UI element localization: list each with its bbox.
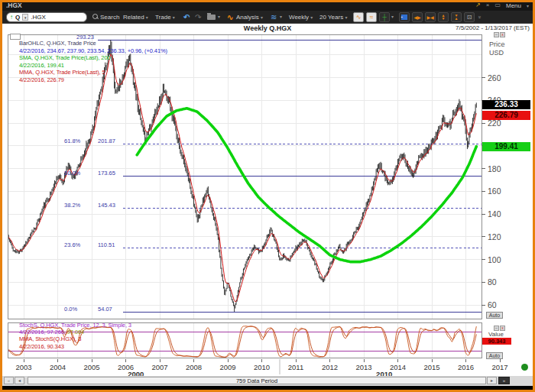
year-label: 2003 <box>12 363 35 371</box>
frequency-caret-icon: ▾ <box>310 15 313 20</box>
undo-button[interactable]: ↶ <box>183 12 190 22</box>
symbol-class-dropdown[interactable]: ▾ <box>22 14 28 21</box>
price-tick-label: 80 <box>488 277 497 287</box>
close-panel-button[interactable]: x <box>500 32 505 37</box>
compress-horizontal-button[interactable]: ▶◀ <box>425 12 436 22</box>
chart-type-button[interactable]: ∿ <box>353 12 364 22</box>
main-legend-text: 4/22/2016, 199.41 <box>19 62 64 69</box>
sma200-line <box>137 109 476 262</box>
close-icon[interactable]: × <box>486 1 490 10</box>
fibonacci-price-label: 173.65 <box>98 170 115 177</box>
main-legend-text: MMA, Q.HGX, Trade Price(Last), 5 <box>19 69 105 76</box>
value-axis-auto-button[interactable]: Auto <box>486 352 503 359</box>
menu-caret-icon: ▾ <box>527 3 529 8</box>
trade-menu[interactable]: Trade ▾ <box>155 12 175 22</box>
main-legend-text: 4/22/2016, 226.79 <box>19 76 64 83</box>
time-scrollbar: « ◂ 759 Data Period ▸ » <box>0 376 535 386</box>
toolbar: ↑ Q ▾ Search Related ▾ Trade ▾ ↶ ↷ ▾ ∿ A… <box>0 11 535 24</box>
related-caret-icon: ▾ <box>146 15 148 20</box>
year-label: 2013 <box>352 363 375 371</box>
search-button[interactable]: Search <box>100 12 119 22</box>
year-label: 2016 <box>455 363 478 371</box>
time-interval-button[interactable]: ▼▲ <box>451 12 462 22</box>
scroll-thumb[interactable]: 759 Data Period <box>28 377 486 384</box>
fibonacci-price-label: 145.43 <box>98 202 115 209</box>
main-panel-controls: – x <box>494 32 505 37</box>
minimize-panel-button[interactable]: – <box>494 32 499 37</box>
price-badge: 236.33 <box>482 100 530 109</box>
fibonacci-pct-label: 61.8% <box>64 138 80 144</box>
price-axis-title: Price <box>489 40 505 48</box>
popout-icon[interactable]: ↗ <box>475 1 481 10</box>
stoch-legend-line: StochS, Q.HGX, Trade Price, 12, 3, Simpl… <box>19 322 131 329</box>
search-icon <box>92 14 98 19</box>
more-tools-button[interactable]: » <box>475 16 485 19</box>
live-data-dot <box>521 364 528 371</box>
annotation-tool-button[interactable]: ┼ <box>379 12 390 22</box>
chart-title: Weekly Q.HGX <box>0 24 535 32</box>
year-label: 2012 <box>319 363 342 371</box>
main-legend-line: 4/22/2016, 234.67, 237.90, 233.54, 236.3… <box>19 47 167 55</box>
zoom-region-button[interactable]: ⊡ <box>464 12 475 22</box>
annotation-caret-icon[interactable]: ▾ <box>391 12 394 22</box>
expand-horizontal-button[interactable]: ◀▶ <box>412 12 423 22</box>
analysis-menu[interactable]: Analysis ▾ <box>236 12 263 22</box>
main-legend-line: SMA, Q.HGX, Trade Price(Last), 200 <box>19 54 167 62</box>
frequency-select[interactable]: Weekly ▾ <box>289 12 313 22</box>
chart-edit-icon: ≈ <box>370 14 373 21</box>
main-legend: BarOHLC, Q.HGX, Trade Price4/22/2016, 23… <box>19 40 167 83</box>
annotation-crosshair-icon: ┼ <box>382 14 387 21</box>
fibonacci-pct-label: 0.0% <box>64 306 77 313</box>
open-folder-button[interactable] <box>207 15 216 20</box>
main-legend-text: SMA, Q.HGX, Trade Price(Last), 200 <box>19 54 111 61</box>
scroll-far-left-button[interactable]: « <box>4 377 14 384</box>
stoch-legend-text: 4/22/2016, 90.343 <box>19 343 64 350</box>
scroll-right-button[interactable]: ▸ <box>487 377 497 384</box>
terminal-window: .HGX ↗ × ▭ Menu ▾ ↑ Q ▾ Search Related ▾… <box>0 0 535 392</box>
price-badge: 199.41 <box>482 142 530 151</box>
chart-settings-button[interactable]: ≈ <box>366 12 377 22</box>
sub-minimize-panel-button[interactable]: – <box>494 326 499 331</box>
expand-horizontal-icon: ◀▶ <box>413 15 420 20</box>
price-tick-label: 120 <box>488 232 501 241</box>
compare-caret-icon[interactable]: ▾ <box>280 12 282 22</box>
stoch-legend-line: 4/22/2016, 97.266, 97.064 <box>19 329 131 335</box>
stoch-legend: StochS, Q.HGX, Trade Price, 12, 3, Simpl… <box>19 322 131 350</box>
range-select[interactable]: 20 Years ▾ <box>319 12 347 22</box>
main-legend-text: 4/22/2016, 234.67, 237.90, 233.54, 236.3… <box>19 47 167 54</box>
year-label: 2011 <box>284 363 307 371</box>
price-axis-auto-button[interactable]: Auto <box>486 312 503 319</box>
main-legend-line: 4/22/2016, 199.41 <box>19 62 167 70</box>
year-label: 2017 <box>488 363 511 371</box>
panel-layout-button[interactable]: ▪ <box>399 12 410 22</box>
year-label: 2008 <box>183 363 206 371</box>
redo-button[interactable]: ↷ <box>195 12 201 22</box>
folder-caret-icon[interactable]: ▾ <box>218 12 220 22</box>
expand-vertical-button[interactable]: ▲▼ <box>438 12 449 22</box>
compare-waves-icon[interactable]: ≋ <box>271 12 277 22</box>
related-menu[interactable]: Related ▾ <box>123 12 148 22</box>
stoch-legend-text: 97.064 <box>67 329 84 335</box>
price-tick-label: 60 <box>488 300 497 309</box>
range-caret-icon: ▾ <box>345 15 347 20</box>
price-tick-label: 260 <box>488 73 501 83</box>
main-legend-line: MMA, Q.HGX, Trade Price(Last), 5 <box>19 69 167 76</box>
main-legend-line: BarOHLC, Q.HGX, Trade Price <box>19 40 167 47</box>
scroll-far-right-button[interactable]: » <box>498 377 510 384</box>
price-tick-label: 100 <box>488 255 501 264</box>
fibonacci-price-label: 293.23 <box>76 34 94 40</box>
window-icon[interactable]: ▭ <box>494 1 501 10</box>
year-label: 2005 <box>80 363 103 371</box>
sub-close-panel-button[interactable]: x <box>500 326 505 331</box>
year-label: 2010 <box>251 363 274 371</box>
scroll-left-button[interactable]: ◂ <box>15 377 24 384</box>
main-legend-line: 4/22/2016, 226.79 <box>19 76 167 84</box>
symbol-entry[interactable]: ↑ Q ▾ <box>6 12 87 22</box>
menu-button[interactable]: Menu <box>506 2 521 9</box>
hourglass-icon: ▼▲ <box>455 15 459 20</box>
year-label: 2009 <box>216 363 239 371</box>
price-tick-label: 140 <box>488 209 501 219</box>
stoch-legend-line: MMA, StochS(Q.HGX), 3 <box>19 335 131 342</box>
symbol-input[interactable] <box>31 14 75 21</box>
title-bar: .HGX ↗ × ▭ Menu ▾ <box>0 0 535 11</box>
